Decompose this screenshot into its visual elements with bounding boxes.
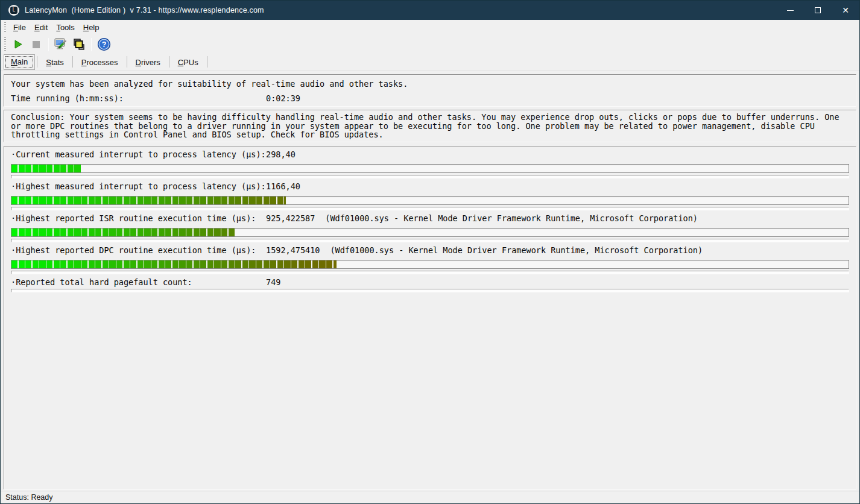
status-bar: Status: Ready bbox=[1, 491, 859, 503]
measurements-panel: ·Current measured interrupt to process l… bbox=[4, 146, 856, 490]
close-button[interactable]: ✕ bbox=[832, 1, 859, 20]
latency-bar bbox=[11, 164, 849, 173]
measurement-row: ·Current measured interrupt to process l… bbox=[11, 150, 849, 178]
measurement-row: ·Highest measured interrupt to process l… bbox=[11, 182, 849, 210]
latency-bar-fill bbox=[11, 197, 286, 204]
svg-text:?: ? bbox=[101, 40, 106, 49]
measurement-value: 1166,40 bbox=[266, 181, 300, 191]
latency-bar-fill bbox=[11, 228, 235, 236]
title-bar: L LatencyMon (Home Edition ) v 7.31 - ht… bbox=[1, 1, 859, 20]
toolbar: ? bbox=[1, 34, 859, 54]
status-text: Status: Ready bbox=[5, 493, 53, 502]
time-running-label: Time running (h:mm:ss): bbox=[11, 93, 266, 103]
menu-edit[interactable]: Edit bbox=[30, 21, 52, 34]
tab-main[interactable]: Main bbox=[4, 54, 35, 70]
menubar-gripper[interactable] bbox=[4, 22, 6, 33]
secondary-bar bbox=[11, 289, 849, 292]
measurement-label: ·Highest measured interrupt to process l… bbox=[11, 181, 266, 191]
measurement-row: ·Reported total hard pagefault count: 74… bbox=[11, 278, 849, 292]
measurement-label: ·Reported total hard pagefault count: bbox=[11, 277, 266, 287]
tab-stats[interactable]: Stats bbox=[39, 55, 71, 70]
latencymon-window: L LatencyMon (Home Edition ) v 7.31 - ht… bbox=[0, 0, 860, 504]
measurement-value: 925,422587 bbox=[266, 213, 315, 223]
menu-bar: File Edit Tools Help bbox=[1, 20, 859, 34]
main-content: Your system has been analyzed for suitab… bbox=[1, 71, 859, 491]
measurement-driver-info: (Wdf01000.sys - Kernel Mode Driver Frame… bbox=[325, 213, 698, 223]
tab-separator bbox=[207, 56, 207, 68]
latency-bar-fill bbox=[11, 165, 81, 172]
analysis-panel: Your system has been analyzed for suitab… bbox=[4, 74, 856, 107]
app-icon: L bbox=[8, 5, 19, 16]
toolbar-separator bbox=[48, 38, 49, 51]
tab-processes[interactable]: Processes bbox=[75, 55, 125, 70]
measurement-label: ·Highest reported DPC routine execution … bbox=[11, 245, 266, 255]
tab-separator bbox=[72, 56, 73, 68]
stop-monitor-button[interactable] bbox=[28, 37, 45, 52]
latency-bar bbox=[11, 228, 849, 237]
measurement-value: 749 bbox=[266, 277, 280, 287]
tab-separator bbox=[127, 56, 127, 68]
play-icon bbox=[13, 39, 24, 49]
latency-bar bbox=[11, 260, 849, 269]
minimize-button[interactable] bbox=[776, 1, 804, 20]
tab-separator bbox=[37, 56, 37, 68]
measurement-value: 298,40 bbox=[266, 150, 296, 159]
monitor-screwdriver-icon bbox=[54, 37, 68, 52]
start-monitor-button[interactable] bbox=[10, 37, 27, 52]
menu-file[interactable]: File bbox=[9, 21, 30, 34]
measurement-label: ·Highest reported ISR routine execution … bbox=[11, 213, 266, 223]
close-icon: ✕ bbox=[842, 6, 849, 14]
conclusion-panel: Conclusion: Your system seems to be havi… bbox=[4, 110, 856, 142]
copy-report-button[interactable] bbox=[71, 37, 87, 52]
window-title: LatencyMon (Home Edition ) v 7.31 - http… bbox=[25, 6, 264, 14]
secondary-bar bbox=[11, 239, 849, 242]
maximize-icon bbox=[815, 7, 821, 13]
analysis-headline: Your system has been analyzed for suitab… bbox=[11, 79, 849, 89]
tab-drivers[interactable]: Drivers bbox=[129, 55, 167, 70]
copy-icon bbox=[72, 38, 86, 51]
minimize-icon bbox=[787, 10, 794, 11]
help-button[interactable]: ? bbox=[95, 37, 112, 52]
measurement-value: 1592,475410 bbox=[266, 245, 320, 255]
analyze-drivers-button[interactable] bbox=[52, 37, 69, 52]
stop-icon bbox=[32, 40, 40, 49]
menu-help[interactable]: Help bbox=[79, 21, 104, 34]
latency-bar-fill bbox=[11, 260, 337, 268]
tab-cpus[interactable]: CPUs bbox=[171, 55, 205, 70]
secondary-bar bbox=[11, 207, 849, 210]
maximize-button[interactable] bbox=[804, 1, 832, 20]
help-icon: ? bbox=[97, 37, 111, 51]
menu-tools[interactable]: Tools bbox=[52, 21, 78, 34]
secondary-bar bbox=[11, 271, 849, 274]
latency-bar bbox=[11, 196, 849, 205]
secondary-bar bbox=[11, 175, 849, 178]
tab-separator bbox=[169, 56, 169, 68]
measurement-row: ·Highest reported DPC routine execution … bbox=[11, 246, 849, 274]
latencymon-logo-icon: L bbox=[10, 7, 17, 14]
conclusion-text: Conclusion: Your system seems to be havi… bbox=[11, 113, 849, 139]
tab-bar: Main Stats Processes Drivers CPUs bbox=[1, 54, 859, 71]
toolbar-gripper[interactable] bbox=[4, 37, 6, 51]
measurement-label: ·Current measured interrupt to process l… bbox=[11, 150, 266, 159]
time-running-value: 0:02:39 bbox=[266, 93, 300, 103]
toolbar-separator bbox=[91, 38, 92, 51]
measurement-driver-info: (Wdf01000.sys - Kernel Mode Driver Frame… bbox=[330, 245, 703, 255]
measurement-row: ·Highest reported ISR routine execution … bbox=[11, 214, 849, 242]
